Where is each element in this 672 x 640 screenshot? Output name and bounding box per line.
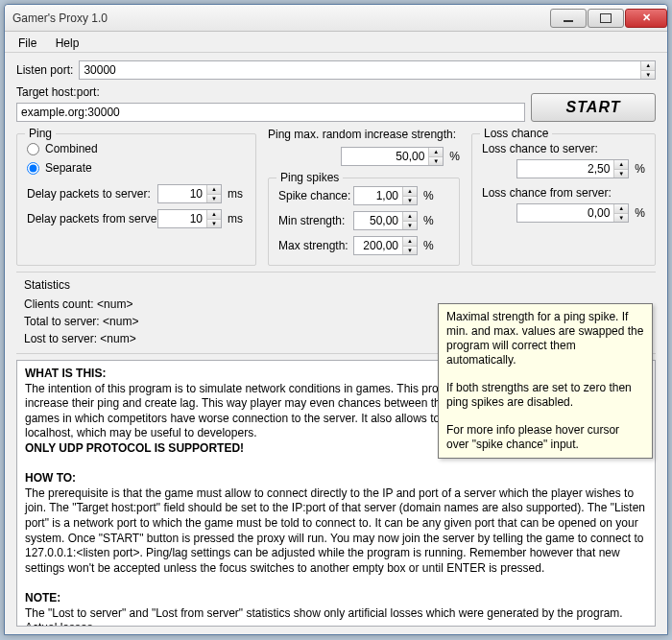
delay-from-label: Delay packets from server: [27,212,152,225]
pingmax-label: Ping max. random increase strength: [268,128,460,141]
desc-p2: The prerequisite is that the game must a… [25,486,645,575]
spike-max-spinner[interactable]: ▲▼ [353,236,418,255]
ms-unit: ms [228,212,243,225]
pct-unit: % [449,150,460,163]
tooltip-p2: If both strengths are set to zero then p… [446,381,644,410]
tooltip-p3: For more info please hover cursor over "… [446,423,644,452]
spike-chance-spinner[interactable]: ▲▼ [353,186,418,205]
loss-from-label: Loss chance from server: [482,186,645,200]
ping-group: Ping Combined Separate Delay packets to … [16,133,256,266]
listen-port-stepper[interactable]: ▲▼ [640,61,655,79]
target-input[interactable] [16,103,525,122]
ping-combined-radio[interactable] [27,143,39,155]
stat-lost-to: Lost to server: <num> [24,330,326,347]
stat-total-to: Total to server: <num> [24,313,326,330]
stats-legend: Statistics [24,278,648,292]
desc-p3: The "Lost to server" and "Lost from serv… [25,606,623,628]
loss-to-input[interactable] [517,160,613,178]
target-label: Target host:port: [16,85,525,99]
spike-chance-input[interactable] [354,187,402,204]
delay-to-spinner[interactable]: ▲▼ [157,184,222,203]
spike-min-input[interactable] [354,212,402,229]
desc-b1: ONLY UDP PROTOCOL IS SUPPORTED! [25,441,244,455]
spikes-legend: Ping spikes [276,171,343,184]
minimize-button[interactable] [550,9,587,28]
title-bar: Gamer's Proxy 1.0 [5,5,667,32]
ping-separate-label: Separate [45,161,92,175]
loss-to-label: Loss chance to server: [482,142,645,155]
spike-min-spinner[interactable]: ▲▼ [353,211,418,230]
delay-from-spinner[interactable]: ▲▼ [157,209,222,228]
loss-from-input[interactable] [517,204,613,222]
tooltip-p1: Maximal strength for a ping spike. If mi… [446,310,644,367]
desc-h1: WHAT IS THIS: [25,367,106,380]
maximize-button[interactable] [588,9,624,28]
loss-from-spinner[interactable]: ▲▼ [516,203,629,223]
desc-h3: NOTE: [25,591,60,604]
ping-separate-radio[interactable] [27,162,39,175]
spike-max-label: Max strength: [278,239,348,252]
delay-from-input[interactable] [158,210,206,227]
listen-port-spinner[interactable]: ▲▼ [79,60,656,80]
close-button[interactable] [625,9,667,28]
ping-combined-label: Combined [45,142,98,155]
delay-to-label: Delay packets to server: [27,187,152,201]
start-button[interactable]: START [531,93,656,122]
pingmax-spinner[interactable]: ▲▼ [341,147,444,166]
listen-port-input[interactable] [80,61,640,79]
tooltip: Maximal strength for a ping spike. If mi… [438,303,653,459]
spikes-group: Ping spikes Spike chance: ▲▼ % Min stren… [268,178,460,266]
pingmax-input[interactable] [342,148,428,165]
menu-file[interactable]: File [11,35,44,52]
spike-min-label: Min strength: [278,214,348,227]
ms-unit: ms [228,187,243,201]
loss-to-spinner[interactable]: ▲▼ [516,159,629,178]
stat-clients: Clients count: <num> [24,296,326,313]
window-title: Gamer's Proxy 1.0 [12,12,549,25]
desc-h2: HOW TO: [25,471,76,485]
loss-legend: Loss chance [480,127,552,140]
delay-to-input[interactable] [158,185,206,202]
spike-chance-label: Spike chance: [278,189,348,202]
spike-max-input[interactable] [354,237,402,254]
loss-group: Loss chance Loss chance to server: ▲▼ % … [471,133,656,266]
menu-bar: File Help [5,32,667,53]
menu-help[interactable]: Help [48,35,87,52]
listen-port-label: Listen port: [16,63,73,77]
ping-legend: Ping [25,127,56,140]
